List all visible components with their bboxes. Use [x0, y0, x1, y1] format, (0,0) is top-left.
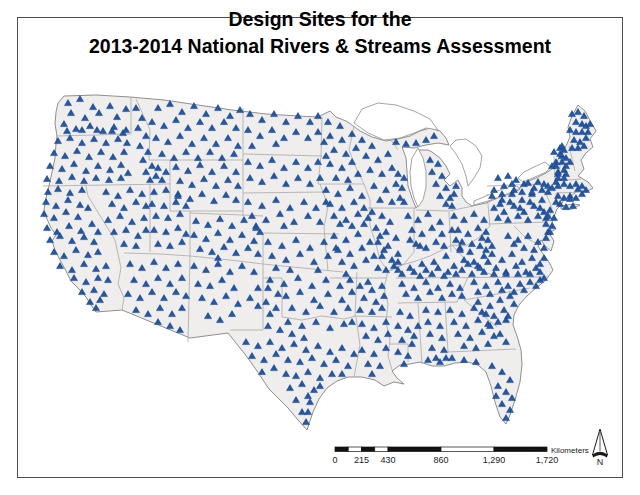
scale-bar-tick-label: 860: [433, 455, 448, 465]
scale-bar-segment: [494, 447, 547, 452]
scale-bar-segment: [362, 447, 375, 452]
site-marker: [271, 111, 278, 117]
scale-bar-unit-label: Kilometers: [551, 446, 589, 455]
scale-bar-tick-label: 0: [332, 455, 337, 465]
north-label: N: [597, 457, 604, 467]
us-map: 02154308601,2901,720 Kilometers N: [0, 0, 640, 495]
scale-bar: 02154308601,2901,720: [332, 447, 558, 465]
site-marker: [237, 107, 244, 113]
scale-bar-tick-label: 215: [354, 455, 369, 465]
scale-bar-segment: [388, 447, 441, 452]
site-marker: [551, 149, 558, 155]
scale-bar-segment: [348, 447, 361, 452]
lake-huron: [450, 139, 482, 186]
scale-bar-tick-label: 430: [380, 455, 395, 465]
site-marker: [505, 173, 512, 179]
site-marker: [495, 175, 502, 181]
site-marker: [491, 187, 498, 193]
scale-bar-segment: [335, 447, 348, 452]
site-marker: [573, 195, 580, 201]
scale-bar-segment: [375, 447, 388, 452]
north-arrow: N: [593, 429, 608, 467]
map-figure: Design Sites for the 2013-2014 National …: [0, 0, 640, 495]
scale-bar-tick-label: 1,720: [536, 455, 559, 465]
site-marker: [44, 176, 51, 182]
scale-bar-tick-label: 1,290: [483, 455, 506, 465]
scale-bar-segment: [441, 447, 494, 452]
site-marker: [47, 163, 54, 169]
